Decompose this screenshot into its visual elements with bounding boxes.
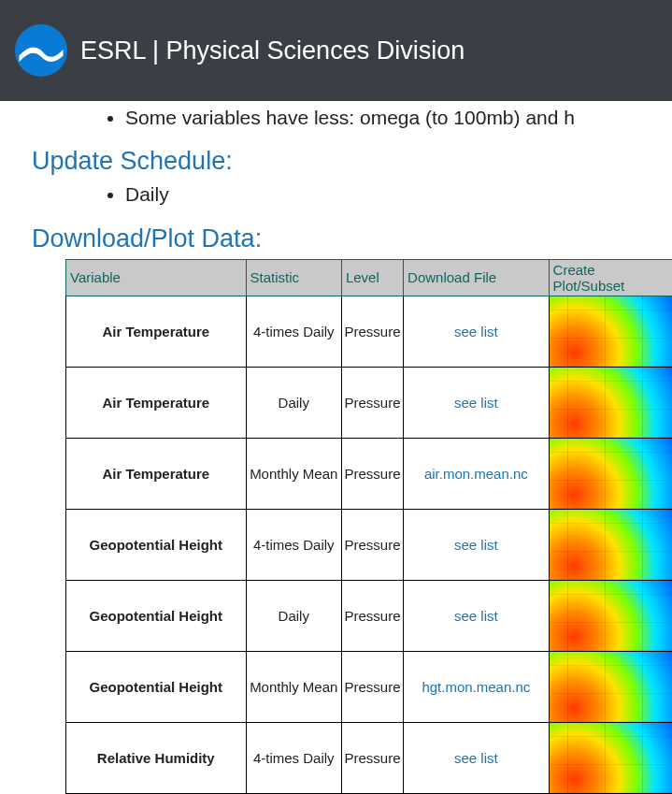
download-link[interactable]: hgt.mon.mean.nc — [422, 679, 530, 695]
partial-bullet-item: Some variables have less: omega (to 100m… — [125, 105, 640, 130]
table-header-row: Variable Statistic Level Download File C… — [66, 259, 673, 296]
table-row: Air TemperatureMonthly MeanPressureair.m… — [66, 438, 673, 509]
cell-statistic: Monthly Mean — [246, 651, 341, 722]
plot-thumbnail-link[interactable] — [550, 723, 672, 793]
contour-map-icon — [550, 652, 672, 722]
cell-download: see list — [404, 296, 549, 367]
cell-variable: Air Temperature — [66, 367, 247, 438]
cell-statistic: 4-times Daily — [246, 509, 341, 580]
download-link[interactable]: see list — [454, 324, 498, 339]
page-header: ESRL | Physical Sciences Division — [0, 0, 672, 101]
contour-map-icon — [550, 296, 672, 367]
plot-thumbnail-link[interactable] — [550, 296, 672, 367]
download-link[interactable]: see list — [454, 750, 498, 766]
noaa-logo — [15, 24, 67, 77]
page-content: Some variables have less: omega (to 100m… — [0, 105, 672, 794]
col-statistic: Statistic — [246, 259, 341, 296]
data-table: Variable Statistic Level Download File C… — [65, 259, 672, 794]
table-row: Relative Humidity4-times DailyPressurese… — [66, 722, 673, 793]
cell-plot — [549, 509, 672, 580]
col-download: Download File — [404, 259, 549, 296]
contour-map-icon — [550, 723, 672, 793]
cell-download: see list — [404, 580, 549, 651]
cell-level: Pressure — [341, 580, 403, 651]
cell-statistic: Daily — [246, 580, 341, 651]
plot-thumbnail-link[interactable] — [550, 652, 672, 722]
table-row: Geopotential Height4-times DailyPressure… — [66, 509, 673, 580]
contour-map-icon — [550, 439, 672, 509]
cell-variable: Geopotential Height — [66, 651, 247, 722]
cell-statistic: Daily — [246, 367, 341, 438]
download-link[interactable]: air.mon.mean.nc — [424, 466, 528, 482]
cell-plot — [549, 438, 672, 509]
cell-plot — [549, 580, 672, 651]
plot-thumbnail-link[interactable] — [550, 581, 672, 651]
cell-statistic: 4-times Daily — [246, 296, 341, 367]
cell-plot — [549, 367, 672, 438]
plot-thumbnail-link[interactable] — [550, 439, 672, 509]
table-row: Geopotential HeightDailyPressuresee list — [66, 580, 673, 651]
contour-map-icon — [550, 510, 672, 580]
cell-statistic: 4-times Daily — [246, 722, 341, 793]
table-row: Air TemperatureDailyPressuresee list — [66, 367, 673, 438]
section-title-download-plot: Download/Plot Data: — [32, 224, 640, 253]
cell-level: Pressure — [341, 651, 403, 722]
update-schedule-list: Daily — [32, 181, 640, 207]
download-link[interactable]: see list — [454, 537, 498, 553]
cell-variable: Relative Humidity — [66, 722, 247, 793]
cell-download: see list — [404, 509, 549, 580]
cell-variable: Geopotential Height — [66, 509, 247, 580]
section-title-update-schedule: Update Schedule: — [32, 147, 640, 176]
plot-thumbnail-link[interactable] — [550, 368, 672, 438]
col-level: Level — [341, 259, 403, 296]
cell-plot — [549, 296, 672, 367]
contour-map-icon — [550, 581, 672, 651]
col-variable: Variable — [66, 259, 247, 296]
cell-variable: Geopotential Height — [66, 580, 247, 651]
cell-level: Pressure — [341, 722, 403, 793]
contour-map-icon — [550, 368, 672, 438]
cell-statistic: Monthly Mean — [246, 438, 341, 509]
plot-thumbnail-link[interactable] — [550, 510, 672, 580]
cell-level: Pressure — [341, 296, 403, 367]
header-title: ESRL | Physical Sciences Division — [80, 36, 465, 65]
cell-download: hgt.mon.mean.nc — [404, 651, 549, 722]
cell-download: see list — [404, 367, 549, 438]
download-link[interactable]: see list — [454, 395, 498, 411]
table-row: Geopotential HeightMonthly MeanPressureh… — [66, 651, 673, 722]
cell-level: Pressure — [341, 367, 403, 438]
cell-variable: Air Temperature — [66, 438, 247, 509]
partial-bullet-list: Some variables have less: omega (to 100m… — [32, 105, 640, 130]
cell-plot — [549, 722, 672, 793]
update-schedule-item: Daily — [125, 181, 640, 207]
cell-download: see list — [404, 722, 549, 793]
cell-variable: Air Temperature — [66, 296, 247, 367]
cell-level: Pressure — [341, 509, 403, 580]
table-row: Air Temperature4-times DailyPressuresee … — [66, 296, 673, 367]
col-plot: Create Plot/Subset — [549, 259, 672, 296]
cell-level: Pressure — [341, 438, 403, 509]
cell-plot — [549, 651, 672, 722]
download-link[interactable]: see list — [454, 608, 498, 624]
cell-download: air.mon.mean.nc — [404, 438, 549, 509]
